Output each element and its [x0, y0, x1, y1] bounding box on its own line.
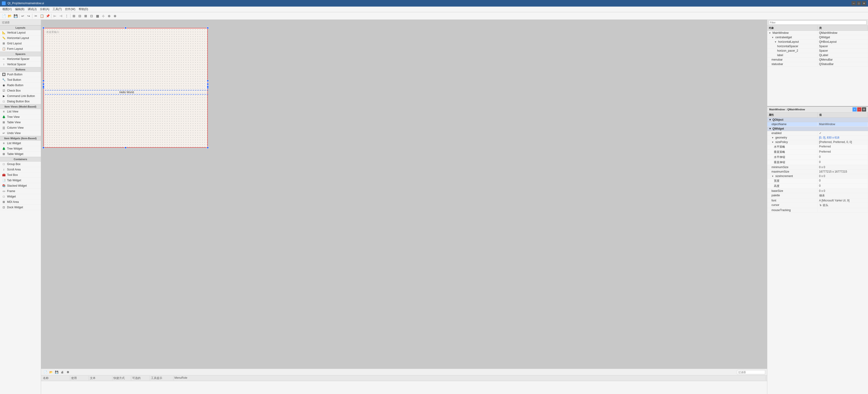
obj-row-mainwindow[interactable]: ▼ MainWindow QMainWindow: [767, 31, 868, 35]
props-remove-button[interactable]: −: [857, 107, 861, 112]
grid-button-8[interactable]: ⊕: [112, 13, 118, 19]
minimize-button[interactable]: ─: [851, 1, 856, 5]
toolbox-horizontal-layout[interactable]: 📏 Horizontal Layout: [0, 35, 41, 41]
toolbox-widget[interactable]: □ Widget: [0, 194, 41, 199]
props-row-maxsize[interactable]: maximumSize 16777215 x 16777215: [767, 170, 868, 174]
props-cell-maxsize-val[interactable]: 16777215 x 16777215: [818, 170, 868, 174]
obj-row-horizontallayout[interactable]: ▼ horizontalLayout QHBoxLayout: [767, 40, 868, 44]
toolbox-column-view[interactable]: ||| Column View: [0, 125, 41, 130]
toolbox-stacked-widget[interactable]: 📚 Stacked Widget: [0, 183, 41, 188]
maximize-button[interactable]: □: [857, 1, 861, 5]
grid-button-4[interactable]: ⊡: [89, 13, 94, 19]
canvas-label-hello[interactable]: Hello World: [45, 90, 208, 95]
grid-button-1[interactable]: ⊞: [71, 13, 77, 19]
props-cell-geometry-val[interactable]: [0, 0], 830 x 618: [818, 135, 868, 140]
section-item-widgets[interactable]: Item Widgets (Item-Based): [0, 136, 41, 141]
props-row-sizepolicy[interactable]: ▼ sizePolicy [Preferred, Preferred, 0, 0…: [767, 140, 868, 144]
toolbox-radio-button[interactable]: ◉ Radio Button: [0, 83, 41, 88]
props-cell-hstretch-val[interactable]: 0: [818, 155, 868, 160]
paste-button[interactable]: 📌: [45, 13, 51, 19]
menu-debug[interactable]: 调试(J): [26, 7, 38, 12]
toolbox-grid-layout[interactable]: ⊞ Grid Layout: [0, 41, 41, 46]
toolbox-list-widget[interactable]: ≡ List Widget: [0, 141, 41, 146]
grid-button-3[interactable]: ⊠: [83, 13, 89, 19]
toolbox-tool-button[interactable]: 🔧 Tool Button: [0, 77, 41, 83]
toolbox-table-view[interactable]: ⊞ Table View: [0, 120, 41, 125]
props-cell-basesize-val[interactable]: 0 x 0: [818, 189, 868, 193]
toolbox-undo-view[interactable]: ↩ Undo View: [0, 130, 41, 136]
redo-button[interactable]: ↪: [26, 13, 31, 19]
toolbox-push-button[interactable]: 🔲 Push Button: [0, 72, 41, 77]
obj-row-label[interactable]: label QLabel: [767, 53, 868, 58]
props-cell-hpolicy-val[interactable]: Preferred: [818, 144, 868, 149]
toolbox-vertical-layout[interactable]: 📐 Vertical Layout: [0, 30, 41, 35]
props-cell-sizepolicy-val[interactable]: [Preferred, Preferred, 0, 0]: [818, 140, 868, 144]
grid-button-7[interactable]: ⊛: [106, 13, 112, 19]
action-save-button[interactable]: 💾: [54, 370, 59, 374]
toolbox-tab-widget[interactable]: 📑 Tab Widget: [0, 178, 41, 183]
props-section-qwidget[interactable]: ▼ QWidget: [767, 127, 868, 131]
obj-row-centralwidget[interactable]: ▼ centralwidget QWidget: [767, 35, 868, 40]
section-spacers[interactable]: Spacers: [0, 52, 41, 56]
section-containers[interactable]: Containers: [0, 157, 41, 161]
props-cell-minsize-val[interactable]: 0 x 0: [818, 165, 868, 169]
props-row-font[interactable]: font A [Microsoft YaHei UI, 9]: [767, 199, 868, 203]
menu-analyze[interactable]: 分析(A): [38, 7, 51, 12]
props-row-width[interactable]: 宽度 0: [767, 178, 868, 184]
toolbox-tool-box[interactable]: 🧰 Tool Box: [0, 172, 41, 178]
toolbox-group-box[interactable]: □ Group Box: [0, 161, 41, 167]
toolbox-horizontal-spacer[interactable]: ↔ Horizontal Spacer: [0, 56, 41, 62]
undo-button[interactable]: ↩: [20, 13, 26, 19]
close-button[interactable]: ✕: [862, 1, 866, 5]
object-tree-filter-input[interactable]: [769, 21, 867, 25]
save-button[interactable]: 💾: [13, 13, 18, 19]
props-cell-enabled-val[interactable]: ✓: [818, 131, 868, 135]
section-layouts[interactable]: Layouts: [0, 25, 41, 30]
align-right-button[interactable]: ⋮: [64, 13, 69, 19]
props-add-button[interactable]: +: [852, 107, 857, 112]
props-row-enabled[interactable]: enabled ✓: [767, 131, 868, 135]
props-row-palette[interactable]: palette 继承: [767, 193, 868, 199]
menu-edit[interactable]: 编辑(B): [13, 7, 26, 12]
toolbox-command-link-button[interactable]: ▶ Command Link Button: [0, 93, 41, 99]
menu-widgets[interactable]: 控件(W): [64, 7, 76, 12]
props-row-hstretch[interactable]: 水平伸缩 0: [767, 155, 868, 160]
props-cell-width-val[interactable]: 0: [818, 178, 868, 183]
props-cell-vpolicy-val[interactable]: Preferred: [818, 150, 868, 154]
props-row-objectname[interactable]: objectName MainWindow: [767, 122, 868, 127]
props-cell-palette-val[interactable]: 继承: [818, 193, 868, 198]
action-settings-button[interactable]: ⚙: [65, 370, 70, 374]
props-row-basesize[interactable]: baseSize 0 x 0: [767, 189, 868, 193]
menu-view[interactable]: 视图(V): [1, 7, 13, 12]
toolbox-dock-widget[interactable]: ⊡ Dock Widget: [0, 205, 41, 210]
action-filter-input[interactable]: [737, 370, 765, 374]
props-cell-vstretch-val[interactable]: 0: [818, 160, 868, 165]
new-button[interactable]: 📄: [1, 13, 7, 19]
props-settings-button[interactable]: ⚙: [862, 107, 866, 112]
props-row-height[interactable]: 高度 0: [767, 184, 868, 189]
props-cell-objectname-val[interactable]: MainWindow: [818, 122, 868, 126]
obj-row-horizonpacer2[interactable]: horizon_pacer_2 Spacer: [767, 49, 868, 53]
toolbox-form-layout[interactable]: 📋 Form Layout: [0, 46, 41, 52]
menu-tools[interactable]: 工具(T): [51, 7, 63, 12]
action-print-button[interactable]: 🖨: [60, 370, 65, 374]
open-button[interactable]: 📂: [7, 13, 12, 19]
menu-help[interactable]: 帮助(D): [77, 7, 90, 12]
align-left-button[interactable]: ⊢: [52, 13, 58, 19]
props-cell-sizeincrement-val[interactable]: 0 x 0: [818, 174, 868, 178]
props-section-qobject[interactable]: ▼ QObject: [767, 118, 868, 122]
grid-button-5[interactable]: ▦: [95, 13, 100, 19]
toolbox-scroll-area[interactable]: ↕ Scroll Area: [0, 167, 41, 172]
props-row-sizeincrement[interactable]: ▼ sizeIncrement 0 x 0: [767, 174, 868, 178]
toolbox-table-widget[interactable]: ⊞ Table Widget: [0, 151, 41, 157]
toolbox-mdi-area[interactable]: ⊞ MDI Area: [0, 199, 41, 205]
props-cell-mousetracking-val[interactable]: [818, 208, 868, 212]
toolbox-list-view[interactable]: ≡ List View: [0, 109, 41, 114]
toolbox-tree-widget[interactable]: 🌲 Tree Widget: [0, 146, 41, 151]
props-cell-font-val[interactable]: A [Microsoft YaHei UI, 9]: [818, 199, 868, 203]
props-row-vstretch[interactable]: 垂直伸缩 0: [767, 160, 868, 165]
props-row-vpolicy[interactable]: 垂直策略 Preferred: [767, 150, 868, 155]
props-cell-cursor-val[interactable]: 🖱 箭头: [818, 203, 868, 208]
grid-button-6[interactable]: ⊹: [100, 13, 106, 19]
toolbox-vertical-spacer[interactable]: ↕ Vertical Spacer: [0, 62, 41, 67]
